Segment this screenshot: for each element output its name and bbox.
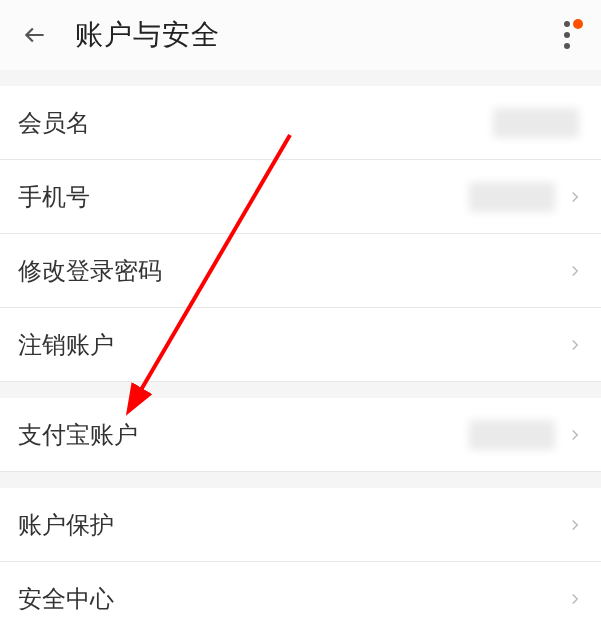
chevron-right-icon <box>563 259 587 283</box>
row-deactivate-account[interactable]: 注销账户 <box>0 308 601 382</box>
row-security-center[interactable]: 安全中心 <box>0 562 601 622</box>
row-phone-number[interactable]: 手机号 <box>0 160 601 234</box>
row-change-password[interactable]: 修改登录密码 <box>0 234 601 308</box>
page-title: 账户与安全 <box>75 16 220 54</box>
row-account-protection[interactable]: 账户保护 <box>0 488 601 562</box>
row-alipay-account[interactable]: 支付宝账户 <box>0 398 601 472</box>
chevron-right-icon <box>563 185 587 209</box>
row-label: 支付宝账户 <box>18 419 469 451</box>
row-value-masked <box>469 182 555 212</box>
more-vertical-icon <box>564 21 570 49</box>
row-label: 安全中心 <box>18 583 563 615</box>
row-label: 手机号 <box>18 181 469 213</box>
chevron-right-icon <box>563 423 587 447</box>
row-label: 会员名 <box>18 107 493 139</box>
row-label: 注销账户 <box>18 329 563 361</box>
row-label: 账户保护 <box>18 509 563 541</box>
row-value-masked <box>493 108 579 138</box>
notification-dot-icon <box>573 19 583 29</box>
header-bar: 账户与安全 <box>0 0 601 70</box>
section-gap <box>0 382 601 398</box>
more-button[interactable] <box>547 15 587 55</box>
row-label: 修改登录密码 <box>18 255 563 287</box>
back-button[interactable] <box>10 10 60 60</box>
chevron-right-icon <box>563 587 587 611</box>
back-arrow-icon <box>22 22 48 48</box>
section-gap <box>0 70 601 86</box>
chevron-right-icon <box>563 333 587 357</box>
chevron-right-icon <box>563 513 587 537</box>
row-member-name[interactable]: 会员名 <box>0 86 601 160</box>
section-gap <box>0 472 601 488</box>
row-value-masked <box>469 420 555 450</box>
